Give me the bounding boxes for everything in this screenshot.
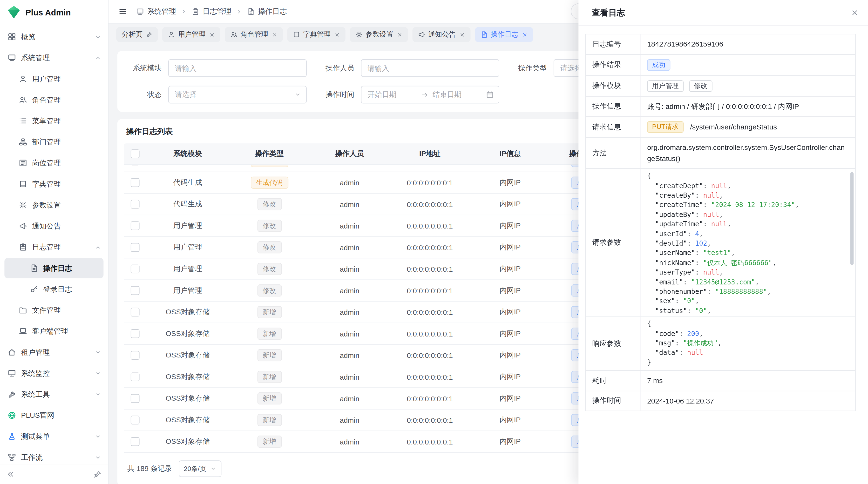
operation-type-tag: 新增: [257, 328, 281, 340]
row-checkbox[interactable]: [131, 351, 140, 360]
tab-字典管理[interactable]: 字典管理: [287, 27, 345, 42]
operator-input[interactable]: [361, 59, 499, 77]
close-tab-icon[interactable]: [272, 32, 277, 37]
sidebar-menu: 概览系统管理用户管理角色管理菜单管理部门管理岗位管理字典管理参数设置通知公告日志…: [0, 24, 108, 484]
row-checkbox[interactable]: [131, 308, 140, 317]
token: "2024-08-12 17:20:34": [711, 201, 795, 209]
close-tab-icon[interactable]: [397, 32, 402, 37]
breadcrumb-item[interactable]: 操作日志: [247, 7, 287, 17]
sidebar-item-系统工具[interactable]: 系统工具: [4, 384, 103, 405]
cell-operator: admin: [309, 416, 390, 424]
page-size-select[interactable]: 20条/页: [179, 460, 221, 477]
tab-参数设置[interactable]: 参数设置: [350, 27, 408, 42]
row-checkbox[interactable]: [131, 200, 140, 209]
sidebar-item-客户端管理[interactable]: 客户端管理: [4, 321, 103, 342]
cell-operator: admin: [309, 308, 390, 316]
row-checkbox[interactable]: [131, 178, 140, 187]
operation-info-value: 账号: admin / 研发部门 / 0:0:0:0:0:0:0:1 / 内网I…: [641, 97, 855, 117]
tab-用户管理[interactable]: 用户管理: [162, 27, 220, 42]
filter-operator-label: 操作人员: [318, 63, 354, 73]
close-tab-icon[interactable]: [459, 32, 465, 37]
doc-icon: [30, 264, 38, 272]
token: ,: [755, 278, 759, 286]
row-checkbox[interactable]: [131, 264, 140, 273]
collapse-sidebar-icon[interactable]: [7, 471, 14, 478]
cell-ip: 0:0:0:0:0:0:0:1: [390, 165, 470, 165]
sidebar-item-岗位管理[interactable]: 岗位管理: [4, 153, 103, 173]
close-tab-icon[interactable]: [209, 32, 215, 37]
module-input[interactable]: [168, 59, 307, 77]
token: :: [695, 249, 703, 257]
time-range-picker[interactable]: 开始日期 结束日期: [361, 86, 499, 103]
filter-time: 操作时间 开始日期 结束日期: [318, 86, 499, 103]
tab-分析页[interactable]: 分析页: [116, 27, 157, 42]
sidebar-item-系统管理[interactable]: 系统管理: [4, 47, 103, 68]
breadcrumb-item[interactable]: 日志管理: [191, 7, 231, 17]
pin-sidebar-icon[interactable]: [94, 471, 101, 478]
select-all-checkbox[interactable]: [131, 150, 140, 158]
row-checkbox[interactable]: [131, 165, 140, 165]
sidebar-item-日志管理[interactable]: 日志管理: [4, 237, 103, 257]
row-checkbox[interactable]: [131, 373, 140, 381]
token: [647, 288, 655, 295]
breadcrumb-item[interactable]: 系统管理: [136, 7, 176, 17]
row-checkbox[interactable]: [131, 416, 140, 424]
clipboard-icon: [19, 243, 27, 251]
close-tab-icon[interactable]: [522, 32, 527, 37]
row-checkbox[interactable]: [131, 243, 140, 252]
chevron-up-icon: [95, 244, 101, 251]
cell-ip-info: 内网IP: [470, 393, 550, 403]
code-line: "sex": "0",: [647, 297, 846, 306]
sidebar-item-部门管理[interactable]: 部门管理: [4, 132, 103, 152]
tab-角色管理[interactable]: 角色管理: [224, 27, 283, 42]
close-tab-icon[interactable]: [334, 32, 340, 37]
tab-操作日志[interactable]: 操作日志: [475, 27, 533, 42]
sidebar-item-字典管理[interactable]: 字典管理: [4, 174, 103, 194]
token: :: [695, 211, 703, 218]
sidebar-item-系统监控[interactable]: 系统监控: [4, 363, 103, 384]
row-checkbox[interactable]: [131, 221, 140, 230]
logo[interactable]: Plus Admin: [0, 0, 108, 24]
request-params-value: { "createDept": null, "createBy": null, …: [641, 169, 855, 316]
sidebar-item-测试菜单[interactable]: 测试菜单: [4, 426, 103, 447]
row-checkbox[interactable]: [131, 286, 140, 295]
row-checkbox[interactable]: [131, 437, 140, 446]
sidebar-item-用户管理[interactable]: 用户管理: [4, 69, 103, 89]
sidebar-item-操作日志[interactable]: 操作日志: [4, 258, 103, 279]
sidebar-item-登录日志[interactable]: 登录日志: [4, 279, 103, 299]
cell-module: OSS对象存储: [146, 437, 229, 446]
tab-通知公告[interactable]: 通知公告: [412, 27, 470, 42]
sidebar-item-菜单管理[interactable]: 菜单管理: [4, 110, 103, 131]
menu-toggle-icon[interactable]: [118, 7, 127, 16]
code-line: "nickName": "仅本人 密码666666",: [647, 258, 846, 268]
close-icon[interactable]: [851, 9, 859, 17]
chevron-down-icon: [95, 391, 101, 398]
code-line: "data": null: [647, 348, 846, 358]
token: [647, 329, 655, 337]
status-select[interactable]: 请选择: [168, 86, 307, 103]
sidebar-item-概览[interactable]: 概览: [4, 27, 103, 47]
sidebar-item-文件管理[interactable]: 文件管理: [4, 300, 103, 320]
row-checkbox[interactable]: [131, 329, 140, 338]
sidebar-item-通知公告[interactable]: 通知公告: [4, 216, 103, 236]
log-detail-table: 日志编号 1842781986426159106 操作结果 成功 操作模块 用户…: [585, 34, 856, 411]
sidebar-footer: [0, 464, 108, 484]
scrollbar-thumb[interactable]: [850, 172, 854, 265]
cell-module: OSS对象存储: [146, 393, 229, 403]
token: :: [703, 182, 711, 189]
cell-operator: admin: [309, 179, 390, 187]
cell-module: 用户管理: [146, 243, 229, 252]
field-label: 操作结果: [586, 55, 641, 75]
sidebar-item-参数设置[interactable]: 参数设置: [4, 195, 103, 215]
sidebar-item-PLUS官网[interactable]: PLUS官网: [4, 405, 103, 426]
sidebar-item-角色管理[interactable]: 角色管理: [4, 90, 103, 110]
cell-ip: 0:0:0:0:0:0:0:1: [390, 179, 470, 187]
row-checkbox[interactable]: [131, 394, 140, 403]
cell-ip-info: 内网IP: [470, 350, 550, 360]
sidebar-item-label: 文件管理: [32, 305, 103, 315]
header-checkbox-cell: [124, 150, 146, 158]
filter-status: 状态 请选择: [125, 86, 307, 103]
token: 4: [695, 230, 699, 238]
token: ,: [718, 339, 722, 347]
sidebar-item-租户管理[interactable]: 租户管理: [4, 342, 103, 362]
